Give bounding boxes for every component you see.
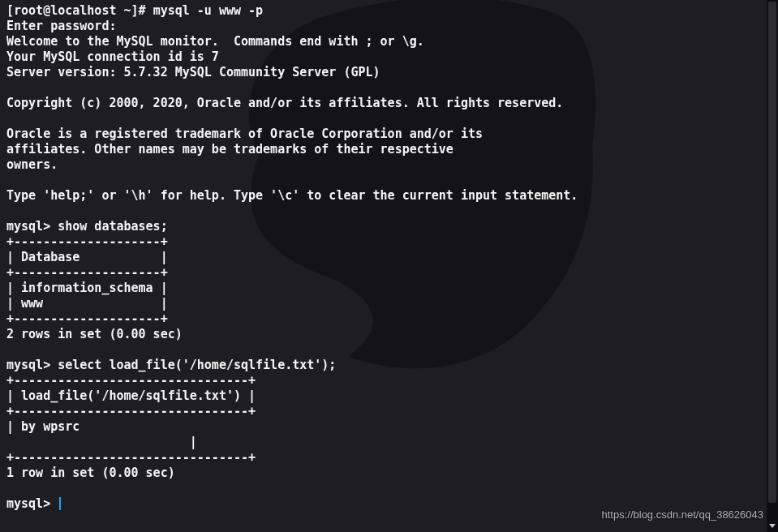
- terminal-window[interactable]: [root@localhost ~]# mysql -u www -p Ente…: [0, 0, 778, 532]
- output-line: Copyright (c) 2000, 2020, Oracle and/or …: [6, 96, 772, 111]
- scroll-down-button[interactable]: [767, 521, 778, 532]
- table-border: +--------------------------------+: [6, 373, 772, 388]
- output-line: Type 'help;' or '\h' for help. Type '\c'…: [6, 188, 772, 204]
- table-row: | by wpsrc: [6, 419, 772, 435]
- cursor-icon: [59, 497, 61, 510]
- mysql-prompt-line: mysql> show databases;: [6, 219, 772, 234]
- output-line: affiliates. Other names may be trademark…: [6, 142, 772, 157]
- shell-prompt-line: [root@localhost ~]# mysql -u www -p: [6, 3, 772, 19]
- blank-line: [6, 342, 772, 358]
- table-header: | Database |: [6, 250, 772, 265]
- watermark-text: https://blog.csdn.net/qq_38626043: [602, 507, 764, 522]
- sql-command: select load_file('/home/sqlfile.txt');: [58, 358, 336, 372]
- output-line: Enter password:: [6, 19, 772, 34]
- scrollbar-thumb[interactable]: [768, 2, 776, 503]
- table-row: |: [6, 435, 772, 450]
- output-line: Welcome to the MySQL monitor. Commands e…: [6, 34, 772, 49]
- table-border: +--------------------+: [6, 311, 772, 327]
- blank-line: [6, 111, 772, 127]
- shell-command: mysql -u www -p: [153, 3, 263, 18]
- mysql-prompt: mysql>: [6, 496, 58, 511]
- table-border: +--------------------------------+: [6, 404, 772, 419]
- output-line: Server version: 5.7.32 MySQL Community S…: [6, 65, 772, 80]
- result-summary: 1 row in set (0.00 sec): [6, 466, 772, 481]
- blank-line: [6, 173, 772, 188]
- chevron-down-icon: [769, 524, 776, 529]
- mysql-prompt: mysql>: [6, 358, 58, 372]
- mysql-prompt-line: mysql> select load_file('/home/sqlfile.t…: [6, 358, 772, 373]
- shell-prompt: [root@localhost ~]#: [6, 3, 153, 18]
- table-border: +--------------------+: [6, 234, 772, 250]
- table-row: | www |: [6, 296, 772, 311]
- table-row: | information_schema |: [6, 281, 772, 296]
- output-line: Oracle is a registered trademark of Orac…: [6, 127, 772, 142]
- blank-line: [6, 204, 772, 219]
- scrollbar-track[interactable]: [767, 0, 778, 532]
- blank-line: [6, 481, 772, 496]
- mysql-prompt: mysql>: [6, 219, 58, 234]
- output-line: Your MySQL connection id is 7: [6, 49, 772, 65]
- table-border: +--------------------+: [6, 265, 772, 281]
- table-border: +--------------------------------+: [6, 450, 772, 466]
- result-summary: 2 rows in set (0.00 sec): [6, 327, 772, 342]
- sql-command: show databases;: [58, 219, 167, 234]
- output-line: owners.: [6, 157, 772, 173]
- table-header: | load_file('/home/sqlfile.txt') |: [6, 388, 772, 404]
- blank-line: [6, 80, 772, 96]
